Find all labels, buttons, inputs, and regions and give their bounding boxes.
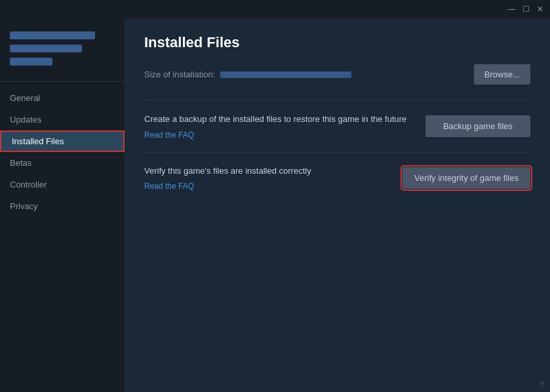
verify-integrity-button[interactable]: Verify integrity of game files — [403, 167, 530, 189]
title-bar: — ☐ ✕ — [0, 0, 550, 18]
game-title-line3 — [10, 58, 52, 66]
content-area: Installed Files Size of installation: Br… — [125, 18, 550, 392]
browse-button[interactable]: Browse... — [474, 64, 530, 85]
sidebar-item-betas[interactable]: Betas — [0, 152, 125, 174]
backup-game-files-button[interactable]: Backup game files — [425, 115, 530, 137]
maximize-button[interactable]: ☐ — [521, 5, 530, 14]
sidebar-item-privacy[interactable]: Privacy — [0, 195, 125, 217]
backup-description: Create a backup of the installed files t… — [144, 113, 412, 126]
sidebar-item-installed-files[interactable]: Installed Files — [0, 130, 125, 152]
sidebar-item-general[interactable]: General — [0, 87, 125, 109]
install-size-label: Size of installation: — [144, 69, 351, 79]
verify-info: Verify this game's files are installed c… — [144, 165, 403, 192]
verify-faq-link[interactable]: Read the FAQ — [144, 182, 194, 191]
game-title-line2 — [10, 45, 82, 52]
close-button[interactable]: ✕ — [536, 5, 545, 14]
install-size-text: Size of installation: — [144, 69, 215, 79]
verify-row: Verify this game's files are installed c… — [144, 152, 530, 204]
app-body: General Updates Installed Files Betas Co… — [0, 18, 550, 392]
sidebar-item-controller[interactable]: Controller — [0, 174, 125, 195]
install-size-row: Size of installation: Browse... — [144, 64, 530, 85]
game-title-line1 — [10, 31, 95, 39]
sidebar: General Updates Installed Files Betas Co… — [0, 18, 125, 392]
game-info — [0, 25, 125, 82]
minimize-button[interactable]: — — [507, 5, 516, 14]
page-title: Installed Files — [144, 34, 530, 51]
dots-icon: ⠿ — [540, 381, 545, 388]
sidebar-nav: General Updates Installed Files Betas Co… — [0, 82, 125, 217]
backup-row: Create a backup of the installed files t… — [144, 100, 530, 152]
backup-info: Create a backup of the installed files t… — [144, 113, 425, 140]
install-size-value — [220, 71, 351, 78]
verify-description: Verify this game's files are installed c… — [144, 165, 389, 178]
backup-faq-link[interactable]: Read the FAQ — [144, 130, 194, 140]
sidebar-item-updates[interactable]: Updates — [0, 109, 125, 130]
